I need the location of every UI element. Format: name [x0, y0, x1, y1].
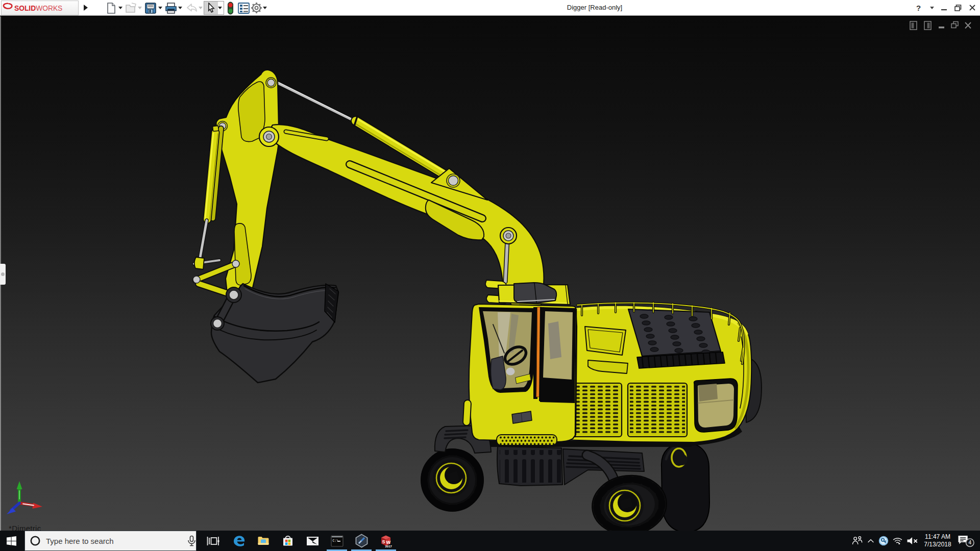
svg-text:S: S [382, 539, 385, 544]
svg-text:4: 4 [969, 540, 972, 545]
svg-text:W: W [386, 540, 391, 545]
svg-text:SOLIDWORKS: SOLIDWORKS [14, 5, 62, 12]
svg-text:2017: 2017 [385, 545, 393, 548]
svg-text:?: ? [916, 4, 921, 12]
